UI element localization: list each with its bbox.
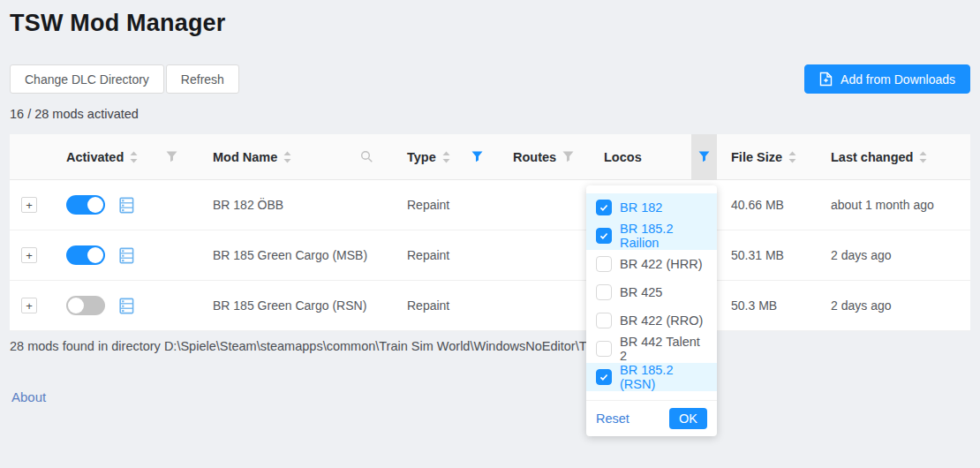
header-locos: Locos	[590, 134, 717, 179]
last-changed-cell: about 1 month ago	[817, 180, 970, 230]
sort-carets-icon	[283, 151, 291, 163]
header-file-size: File Size	[717, 134, 817, 179]
filter-option[interactable]: BR 422 (RRO)	[586, 306, 717, 335]
routes-cell	[499, 281, 590, 330]
file-size-cell: 40.66 MB	[717, 180, 817, 230]
header-file-size-label: File Size	[731, 150, 782, 164]
checkbox-unchecked-icon[interactable]	[596, 256, 612, 272]
mod-details-icon[interactable]	[118, 247, 135, 264]
header-mod-name-label: Mod Name	[213, 150, 277, 164]
activated-count-status: 16 / 28 mods activated	[10, 107, 970, 121]
table-row: + BR 185 Green Cargo (RSN) Repaint 50.3 …	[10, 281, 970, 331]
filter-option[interactable]: BR 442 Talent 2	[586, 335, 717, 363]
file-size-cell: 50.31 MB	[717, 230, 817, 280]
sort-carets-icon	[788, 151, 796, 163]
mod-name-search-icon[interactable]	[360, 150, 373, 163]
directory-summary: 28 mods found in directory D:\Spiele\Ste…	[10, 339, 970, 353]
locos-filter-icon-active[interactable]	[691, 134, 717, 180]
header-type-label: Type	[407, 150, 436, 164]
filter-option-label: BR 185.2 Railion	[620, 222, 707, 250]
checkbox-unchecked-icon[interactable]	[596, 313, 612, 328]
table-header-row: Activated Mod Name Type	[10, 134, 970, 180]
filter-option[interactable]: BR 425	[586, 278, 717, 306]
filter-option[interactable]: BR 185.2 (RSN)	[586, 363, 717, 391]
toolbar: Change DLC Directory Refresh Add from Do…	[10, 64, 970, 94]
type-sorter[interactable]: Type	[407, 150, 450, 164]
expand-row-button[interactable]: +	[21, 247, 37, 263]
filter-option-label: BR 182	[620, 200, 662, 215]
routes-filter-icon[interactable]	[562, 151, 574, 162]
about-link[interactable]: About	[11, 389, 46, 404]
last-changed-cell: 2 days ago	[817, 281, 970, 330]
expand-row-button[interactable]: +	[21, 197, 37, 213]
activated-filter-icon[interactable]	[166, 151, 177, 162]
sort-carets-icon	[919, 151, 927, 163]
locos-filter-menu: BR 182 BR 185.2 Railion BR 422 (HRR) BR …	[586, 185, 717, 396]
header-type: Type	[393, 134, 499, 179]
filter-option-label: BR 442 Talent 2	[620, 335, 707, 363]
activated-toggle-on[interactable]	[66, 245, 105, 265]
filter-option-label: BR 422 (HRR)	[620, 257, 702, 271]
activated-sorter[interactable]: Activated	[66, 150, 138, 164]
checkbox-checked-icon[interactable]	[596, 369, 612, 385]
header-last-changed-label: Last changed	[831, 150, 913, 164]
mod-name-cell: BR 185 Green Cargo (RSN)	[199, 281, 393, 330]
type-cell: Repaint	[393, 180, 499, 230]
mod-name-cell: BR 185 Green Cargo (MSB)	[199, 230, 393, 280]
filter-option[interactable]: BR 422 (HRR)	[586, 250, 717, 278]
filter-option-label: BR 185.2 (RSN)	[620, 363, 707, 391]
filter-reset-link[interactable]: Reset	[596, 411, 629, 426]
filter-option-label: BR 422 (RRO)	[620, 313, 703, 328]
header-expand-column	[10, 134, 49, 179]
table-row: + BR 185 Green Cargo (MSB) Repaint 50.31…	[10, 230, 970, 281]
last-changed-cell: 2 days ago	[817, 230, 970, 280]
add-from-downloads-label: Add from Downloads	[841, 72, 955, 87]
header-routes-label: Routes	[513, 150, 556, 164]
filter-option-label: BR 425	[620, 285, 662, 299]
type-cell: Repaint	[393, 281, 499, 330]
mods-table: Activated Mod Name Type	[10, 134, 970, 331]
type-cell: Repaint	[393, 230, 499, 280]
locos-filter-dropdown: BR 182 BR 185.2 Railion BR 422 (HRR) BR …	[586, 185, 717, 436]
filter-option[interactable]: BR 185.2 Railion	[586, 222, 717, 250]
filter-ok-button[interactable]: OK	[669, 408, 707, 429]
page-title: TSW Mod Manager	[10, 0, 970, 37]
file-add-icon	[819, 72, 833, 87]
activated-toggle-on[interactable]	[66, 195, 105, 215]
checkbox-unchecked-icon[interactable]	[596, 284, 612, 300]
checkbox-checked-icon[interactable]	[596, 228, 612, 244]
toggle-knob	[87, 247, 103, 263]
file-size-sorter[interactable]: File Size	[731, 150, 796, 164]
toggle-knob	[68, 298, 84, 313]
expand-row-button[interactable]: +	[21, 298, 37, 313]
routes-cell	[499, 230, 590, 280]
routes-cell	[499, 180, 590, 230]
sort-carets-icon	[130, 151, 138, 163]
toolbar-left-group: Change DLC Directory Refresh	[10, 64, 239, 94]
header-routes: Routes	[499, 134, 590, 179]
change-dlc-directory-button[interactable]: Change DLC Directory	[10, 64, 164, 94]
add-from-downloads-button[interactable]: Add from Downloads	[804, 64, 970, 94]
mod-name-sorter[interactable]: Mod Name	[213, 150, 291, 164]
last-changed-sorter[interactable]: Last changed	[831, 150, 927, 164]
header-last-changed: Last changed	[817, 134, 970, 179]
filter-footer: Reset OK	[586, 400, 717, 436]
mod-details-icon[interactable]	[118, 298, 135, 314]
header-activated: Activated	[49, 134, 199, 179]
mod-details-icon[interactable]	[118, 197, 135, 214]
filter-option[interactable]: BR 182	[586, 193, 717, 222]
header-locos-label: Locos	[604, 150, 642, 164]
type-filter-icon-active[interactable]	[471, 151, 483, 162]
mod-name-cell: BR 182 ÖBB	[199, 180, 393, 230]
sort-carets-icon	[442, 151, 450, 163]
checkbox-unchecked-icon[interactable]	[596, 341, 612, 357]
header-activated-label: Activated	[66, 150, 124, 164]
checkbox-checked-icon[interactable]	[596, 200, 612, 215]
file-size-cell: 50.3 MB	[717, 281, 817, 330]
activated-toggle-off[interactable]	[66, 296, 105, 315]
app-window: TSW Mod Manager Change DLC Directory Ref…	[0, 0, 980, 468]
refresh-button[interactable]: Refresh	[166, 64, 239, 94]
header-mod-name: Mod Name	[199, 134, 393, 179]
table-row: + BR 182 ÖBB Repaint 40.66 MB about 1 mo…	[10, 180, 970, 230]
toggle-knob	[87, 197, 103, 213]
